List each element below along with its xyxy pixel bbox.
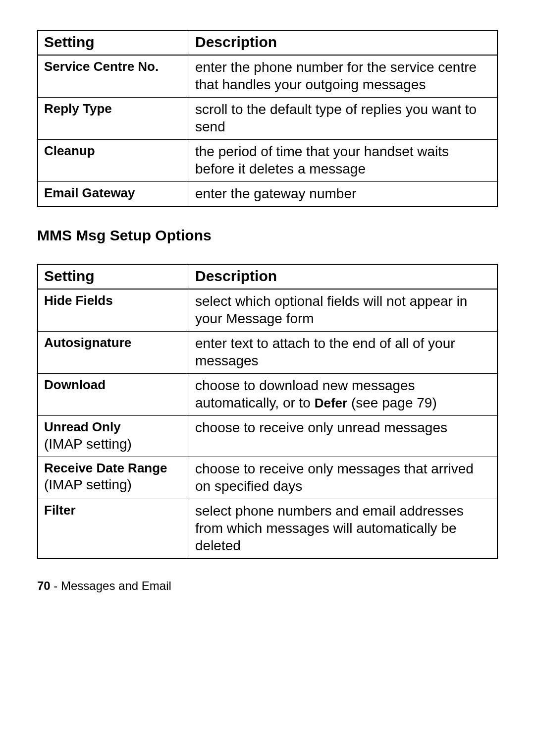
setting-name: Hide Fields <box>44 292 183 309</box>
setting-sub: (IMAP setting) <box>44 477 132 492</box>
setting-description: choose to receive only unread messages <box>189 416 498 457</box>
setting-name: Cleanup <box>44 143 183 159</box>
setting-description: choose to receive only messages that arr… <box>189 457 498 499</box>
setting-description: enter the gateway number <box>189 182 498 207</box>
setting-name: Reply Type <box>44 101 183 117</box>
setting-description: select phone numbers and email addresses… <box>189 499 498 559</box>
table-row: Unread Only (IMAP setting) choose to rec… <box>38 416 497 457</box>
table-row: Download choose to download new messages… <box>38 374 497 416</box>
setting-name: Download <box>44 377 183 393</box>
col-header-setting: Setting <box>38 30 189 55</box>
table-row: Cleanup the period of time that your han… <box>38 140 497 182</box>
setting-description: select which optional fields will not ap… <box>189 289 498 332</box>
setting-sub: (IMAP setting) <box>44 436 132 452</box>
table-row: Hide Fields select which optional fields… <box>38 289 497 332</box>
table-row: Receive Date Range (IMAP setting) choose… <box>38 457 497 499</box>
settings-table-2: Setting Description Hide Fields select w… <box>37 264 498 559</box>
table-row: Email Gateway enter the gateway number <box>38 182 497 207</box>
footer-sep: - <box>51 579 61 592</box>
section-heading: MMS Msg Setup Options <box>37 227 498 244</box>
setting-name: Email Gateway <box>44 185 183 201</box>
page-footer: 70 - Messages and Email <box>37 579 498 593</box>
setting-name: Receive Date Range <box>44 460 183 476</box>
setting-description: choose to download new messages automati… <box>189 374 498 416</box>
setting-description: scroll to the default type of replies yo… <box>189 98 498 140</box>
table-row: Service Centre No. enter the phone numbe… <box>38 55 497 98</box>
setting-name: Unread Only <box>44 419 183 435</box>
setting-name: Filter <box>44 502 183 519</box>
setting-description: enter text to attach to the end of all o… <box>189 332 498 374</box>
table-row: Reply Type scroll to the default type of… <box>38 98 497 140</box>
setting-name: Service Centre No. <box>44 58 183 75</box>
col-header-setting: Setting <box>38 264 189 289</box>
table-row: Autosignature enter text to attach to th… <box>38 332 497 374</box>
page-number: 70 <box>37 579 51 592</box>
setting-name: Autosignature <box>44 335 183 351</box>
col-header-description: Description <box>189 264 498 289</box>
footer-section: Messages and Email <box>61 579 171 592</box>
setting-description: enter the phone number for the service c… <box>189 55 498 98</box>
settings-table-1: Setting Description Service Centre No. e… <box>37 30 498 207</box>
setting-description: the period of time that your handset wai… <box>189 140 498 182</box>
col-header-description: Description <box>189 30 498 55</box>
table-row: Filter select phone numbers and email ad… <box>38 499 497 559</box>
